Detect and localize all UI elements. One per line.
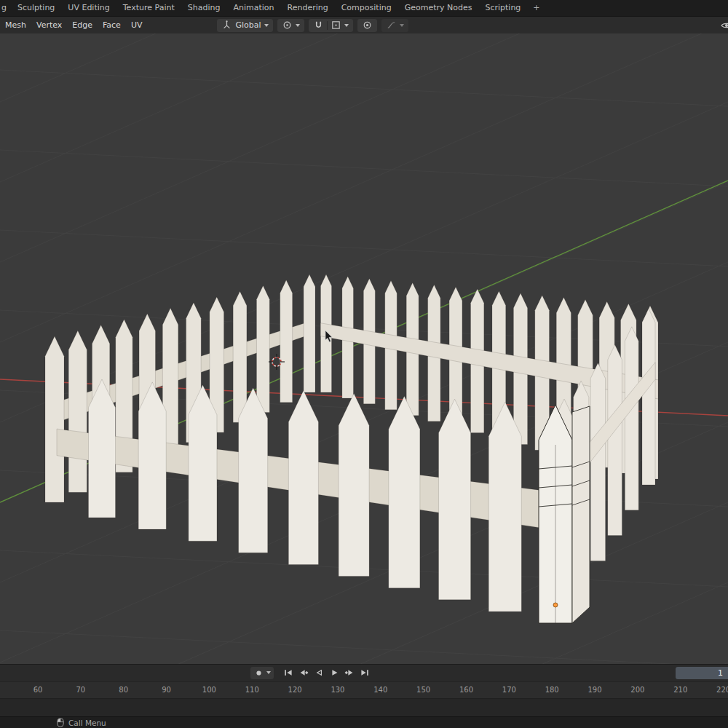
ruler-tick-140: 140 — [373, 686, 387, 694]
fence-row-front — [57, 379, 590, 623]
ruler-tick-100: 100 — [202, 686, 216, 694]
ruler-tick-210: 210 — [673, 686, 687, 694]
picket — [590, 363, 605, 561]
workspace-tab-g[interactable]: g — [0, 0, 11, 16]
menu-edge[interactable]: Edge — [67, 17, 98, 33]
viewport-3d[interactable] — [0, 33, 728, 664]
picket — [304, 274, 315, 392]
record-dot-icon — [253, 668, 264, 678]
menu-face[interactable]: Face — [98, 17, 126, 33]
picket — [339, 393, 369, 576]
snap-magnet-icon — [313, 20, 324, 31]
picket — [288, 391, 318, 565]
jump-start-button[interactable] — [281, 666, 295, 679]
picket — [389, 396, 420, 587]
ruler-tick-120: 120 — [288, 686, 302, 694]
picket — [189, 385, 217, 541]
workspace-tab-compositing[interactable]: Compositing — [335, 0, 398, 16]
ruler-tick-220: 220 — [716, 686, 728, 694]
pivot-point-dropdown[interactable] — [277, 19, 304, 32]
timeline-playbar: 1 — [0, 664, 728, 681]
proportional-editing-toggle[interactable] — [357, 19, 377, 32]
pivot-point-icon — [282, 20, 293, 31]
chevron-down-icon — [344, 24, 349, 27]
status-bar: Call Menu — [0, 716, 728, 728]
picket — [89, 379, 116, 518]
jump-start-icon — [282, 667, 294, 678]
ruler-tick-170: 170 — [502, 686, 516, 694]
next-keyframe-button[interactable] — [342, 666, 356, 679]
workspace-tab-sculpting[interactable]: Sculpting — [11, 0, 61, 16]
proportional-editing-icon — [362, 20, 373, 31]
next-keyframe-icon — [344, 667, 355, 678]
transport-controls — [250, 666, 371, 679]
prev-keyframe-button[interactable] — [296, 666, 310, 679]
falloff-curve-icon — [386, 20, 397, 31]
menu-mesh[interactable]: Mesh — [0, 17, 31, 33]
viewport-header: MeshVertexEdgeFaceUV Global — [0, 16, 728, 33]
viewport-header-widgets: Global — [217, 19, 408, 32]
picket — [45, 336, 64, 502]
current-frame-field[interactable]: 1 — [676, 667, 728, 679]
snapping-controls[interactable] — [309, 19, 353, 32]
jump-end-button[interactable] — [357, 666, 371, 679]
proportional-falloff-dropdown[interactable] — [381, 19, 408, 32]
menu-uv[interactable]: UV — [126, 17, 148, 33]
workspace-tab-animation[interactable]: Animation — [226, 0, 280, 16]
ruler-tick-110: 110 — [245, 686, 259, 694]
play-icon — [328, 667, 340, 678]
workspace-tabs: gSculptingUV EditingTexture PaintShading… — [0, 0, 527, 16]
current-frame-value: 1 — [718, 668, 728, 678]
play-reverse-icon — [313, 667, 325, 678]
workspace-tab-uv-editing[interactable]: UV Editing — [61, 0, 116, 16]
ruler-tick-80: 80 — [119, 686, 128, 694]
ruler-tick-60: 60 — [33, 686, 43, 694]
picket — [439, 399, 471, 600]
timeline-ruler[interactable]: 6070809010011012013014015016017018019020… — [0, 681, 728, 698]
ruler-tick-180: 180 — [545, 686, 559, 694]
status-hint: Call Menu — [68, 719, 106, 727]
ruler-tick-130: 130 — [331, 686, 344, 694]
orientation-label: Global — [235, 20, 261, 30]
fence-object — [45, 274, 658, 623]
picket — [488, 402, 521, 612]
workspace-tab-rendering[interactable]: Rendering — [281, 0, 335, 16]
picket — [625, 327, 638, 510]
workspace-tab-scripting[interactable]: Scripting — [478, 0, 527, 16]
ruler-tick-190: 190 — [588, 686, 602, 694]
picket — [608, 345, 622, 536]
ruler-tick-200: 200 — [630, 686, 644, 694]
snap-target-icon — [331, 20, 341, 31]
viewport-menus: MeshVertexEdgeFaceUV — [0, 17, 147, 33]
picket — [68, 331, 87, 492]
chevron-down-icon — [296, 24, 300, 27]
prev-keyframe-icon — [298, 667, 309, 678]
picket — [256, 285, 269, 412]
auto-keying-button[interactable] — [250, 667, 274, 679]
ruler-tick-90: 90 — [162, 686, 171, 694]
divider — [327, 21, 328, 30]
picket — [138, 382, 166, 529]
ruler-tick-70: 70 — [76, 686, 85, 694]
menu-vertex[interactable]: Vertex — [31, 17, 67, 33]
chevron-down-icon — [400, 24, 404, 27]
topbar: gSculptingUV EditingTexture PaintShading… — [0, 0, 728, 16]
ruler-tick-160: 160 — [459, 686, 473, 694]
play-reverse-button[interactable] — [312, 666, 325, 679]
chevron-down-icon — [264, 24, 269, 27]
picket — [239, 388, 268, 553]
picket — [642, 309, 655, 485]
blender-app: gSculptingUV EditingTexture PaintShading… — [0, 0, 728, 728]
workspace-tab-texture-paint[interactable]: Texture Paint — [116, 0, 181, 16]
add-workspace-button[interactable]: + — [527, 0, 545, 16]
orientation-axes-icon — [221, 20, 232, 31]
picket — [280, 280, 293, 403]
workspace-tab-geometry-nodes[interactable]: Geometry Nodes — [398, 0, 479, 16]
mouse-icon — [57, 718, 64, 727]
timeline-channel-area[interactable] — [0, 698, 728, 716]
viewport-canvas[interactable] — [0, 33, 728, 664]
transform-orientation-dropdown[interactable]: Global — [217, 19, 272, 32]
play-button[interactable] — [327, 666, 341, 679]
eye-icon[interactable] — [720, 20, 728, 31]
workspace-tab-shading[interactable]: Shading — [181, 0, 227, 16]
